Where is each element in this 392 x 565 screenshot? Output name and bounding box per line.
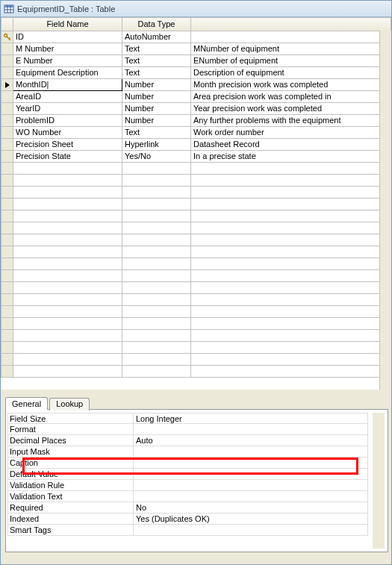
table-row[interactable] [1,175,391,187]
cell-field[interactable] [13,294,122,306]
cell-desc[interactable] [191,330,391,342]
cell-desc[interactable] [191,175,391,187]
cell-type[interactable] [122,222,191,234]
cell-type[interactable]: Number [122,115,191,127]
table-row[interactable] [1,258,391,270]
cell-type[interactable] [122,234,191,246]
cell-type[interactable] [122,294,191,306]
cell-type[interactable]: Yes/No [122,151,191,163]
row-selector[interactable] [1,91,13,103]
cell-desc[interactable]: ENumber of equipment [191,55,391,67]
row-selector[interactable] [1,210,13,222]
cell-field[interactable] [13,175,122,187]
cell-type[interactable] [122,163,191,175]
cell-field[interactable]: Equipment Description [13,67,122,79]
table-row[interactable] [1,246,391,258]
cell-desc[interactable] [191,318,391,330]
property-value[interactable] [133,424,368,435]
cell-desc[interactable] [191,258,391,270]
property-row[interactable]: Input Mask [7,446,386,458]
table-row[interactable] [1,270,391,282]
property-row[interactable]: Smart Tags [7,525,386,536]
table-row[interactable]: ProblemIDNumberAny further problems with… [1,115,391,127]
row-selector[interactable] [1,234,13,246]
cell-desc[interactable] [191,31,391,43]
field-grid[interactable]: Field Name Data Type IDAutoNumberM Numbe… [1,17,391,378]
cell-desc[interactable] [191,163,391,175]
table-row[interactable] [1,163,391,175]
table-row[interactable]: Equipment DescriptionTextDescription of … [1,67,391,79]
row-selector[interactable] [1,175,13,187]
cell-type[interactable] [122,306,191,318]
cell-field[interactable]: ProblemID [13,115,122,127]
tab-lookup[interactable]: Lookup [49,398,90,411]
row-selector[interactable] [1,163,13,175]
property-value[interactable] [133,491,368,502]
cell-field[interactable]: M Number [13,43,122,55]
cell-type[interactable] [122,199,191,210]
cell-type[interactable]: Number [122,91,191,103]
cell-type[interactable] [122,270,191,282]
table-row[interactable]: MonthID|NumberMonth precision work was c… [1,79,391,91]
table-row[interactable] [1,330,391,342]
property-value[interactable]: Long Integer [133,413,368,424]
row-selector[interactable] [1,151,13,163]
cell-type[interactable] [122,246,191,258]
cell-type[interactable] [122,258,191,270]
row-selector[interactable] [1,67,13,79]
row-selector[interactable] [1,354,13,366]
table-row[interactable]: Precision StateYes/NoIn a precise state [1,151,391,163]
property-value[interactable]: Auto [133,435,368,446]
cell-field[interactable] [13,270,122,282]
row-selector[interactable] [1,306,13,318]
cell-field[interactable] [13,258,122,270]
row-selector[interactable] [1,115,13,127]
row-selector[interactable] [1,199,13,210]
table-row[interactable] [1,306,391,318]
row-selector[interactable] [1,139,13,151]
property-value[interactable] [133,446,368,458]
property-value[interactable] [133,469,368,480]
cell-type[interactable]: Text [122,43,191,55]
cell-desc[interactable] [191,187,391,199]
row-selector[interactable] [1,79,13,91]
cell-type[interactable]: Text [122,127,191,139]
cell-field[interactable] [13,306,122,318]
cell-field[interactable] [13,354,122,366]
row-selector[interactable] [1,330,13,342]
cell-desc[interactable]: Year precision work was completed [191,103,391,115]
table-row[interactable] [1,318,391,330]
row-selector[interactable] [1,127,13,139]
cell-desc[interactable]: Any further problems with the equipment [191,115,391,127]
header-type[interactable]: Data Type [122,18,191,31]
property-row[interactable]: Format [7,424,386,435]
table-row[interactable] [1,210,391,222]
titlebar[interactable]: EquipmentID_Table : Table [1,1,391,17]
row-selector[interactable] [1,103,13,115]
row-selector[interactable] [1,31,13,43]
table-row[interactable]: E NumberTextENumber of equipment [1,55,391,67]
property-row[interactable]: Default Value [7,469,386,480]
cell-desc[interactable] [191,354,391,366]
cell-field[interactable] [13,330,122,342]
cell-type[interactable]: Number [122,79,191,91]
row-selector[interactable] [1,187,13,199]
cell-field[interactable] [13,282,122,294]
property-value[interactable]: Yes (Duplicates OK) [133,514,368,525]
property-row[interactable]: RequiredNo [7,502,386,514]
cell-field[interactable] [13,234,122,246]
row-selector-header[interactable] [1,18,13,31]
row-selector[interactable] [1,270,13,282]
cell-desc[interactable] [191,294,391,306]
cell-desc[interactable] [191,222,391,234]
cell-field[interactable] [13,246,122,258]
cell-field[interactable] [13,163,122,175]
cell-field[interactable]: MonthID| [13,79,122,91]
cell-field[interactable]: ID [13,31,122,43]
property-value[interactable] [133,458,368,469]
cell-type[interactable] [122,187,191,199]
property-row[interactable]: IndexedYes (Duplicates OK) [7,514,386,525]
cell-type[interactable]: Text [122,67,191,79]
cell-type[interactable]: Text [122,55,191,67]
cell-field[interactable] [13,222,122,234]
